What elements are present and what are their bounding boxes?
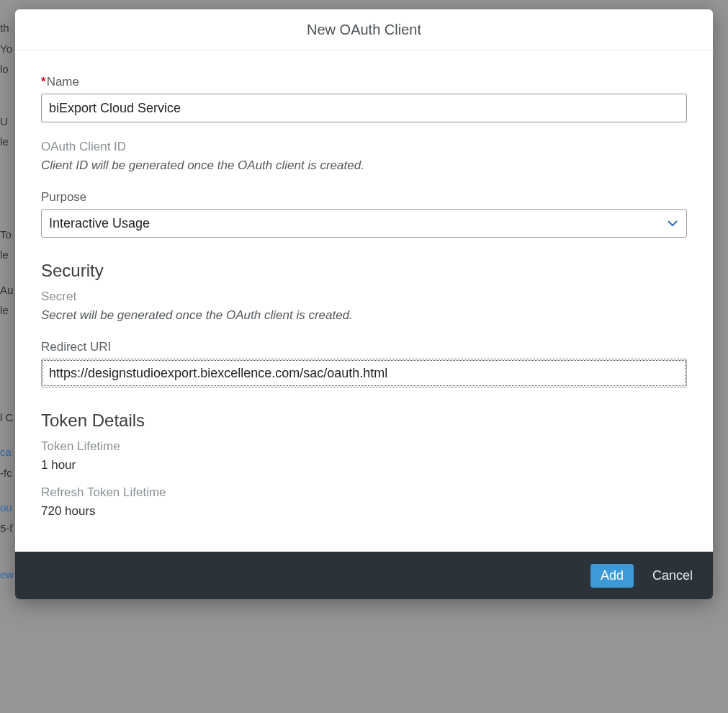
token-details-heading: Token Details xyxy=(41,411,687,431)
token-lifetime-value: 1 hour xyxy=(41,458,687,472)
required-indicator: * xyxy=(41,75,46,89)
refresh-token-lifetime-block: Refresh Token Lifetime 720 hours xyxy=(41,485,687,519)
purpose-select[interactable]: Interactive Usage xyxy=(41,209,687,238)
redirect-uri-label: Redirect URI xyxy=(41,340,687,354)
purpose-selected-value: Interactive Usage xyxy=(49,216,150,231)
security-heading: Security xyxy=(41,261,687,281)
dialog-body: *Name OAuth Client ID Client ID will be … xyxy=(15,50,713,552)
name-input[interactable] xyxy=(41,94,687,122)
redirect-uri-field-block: Redirect URI xyxy=(41,340,687,387)
modal-backdrop: thYolo Ule Tole Aule l C ca-fc ou5-f ew … xyxy=(0,0,728,713)
client-id-label: OAuth Client ID xyxy=(41,140,687,154)
client-id-hint: Client ID will be generated once the OAu… xyxy=(41,158,687,173)
cancel-button[interactable]: Cancel xyxy=(650,564,696,588)
secret-field-block: Secret Secret will be generated once the… xyxy=(41,290,687,323)
redirect-uri-input[interactable] xyxy=(41,359,687,387)
secret-hint: Secret will be generated once the OAuth … xyxy=(41,308,687,323)
new-oauth-client-dialog: New OAuth Client *Name OAuth Client ID C… xyxy=(15,9,713,599)
name-field-block: *Name xyxy=(41,75,687,122)
add-button[interactable]: Add xyxy=(590,564,634,588)
dialog-header: New OAuth Client xyxy=(15,9,713,50)
purpose-select-wrapper: Interactive Usage xyxy=(41,209,687,238)
client-id-field-block: OAuth Client ID Client ID will be genera… xyxy=(41,140,687,173)
secret-label: Secret xyxy=(41,290,687,304)
name-label: *Name xyxy=(41,75,687,89)
name-label-text: Name xyxy=(47,75,79,89)
dialog-title: New OAuth Client xyxy=(307,22,421,38)
refresh-token-lifetime-label: Refresh Token Lifetime xyxy=(41,485,687,500)
dialog-footer: Add Cancel xyxy=(15,552,713,599)
token-lifetime-label: Token Lifetime xyxy=(41,439,687,454)
refresh-token-lifetime-value: 720 hours xyxy=(41,504,687,519)
purpose-field-block: Purpose Interactive Usage xyxy=(41,190,687,238)
purpose-label: Purpose xyxy=(41,190,687,205)
token-lifetime-block: Token Lifetime 1 hour xyxy=(41,439,687,472)
